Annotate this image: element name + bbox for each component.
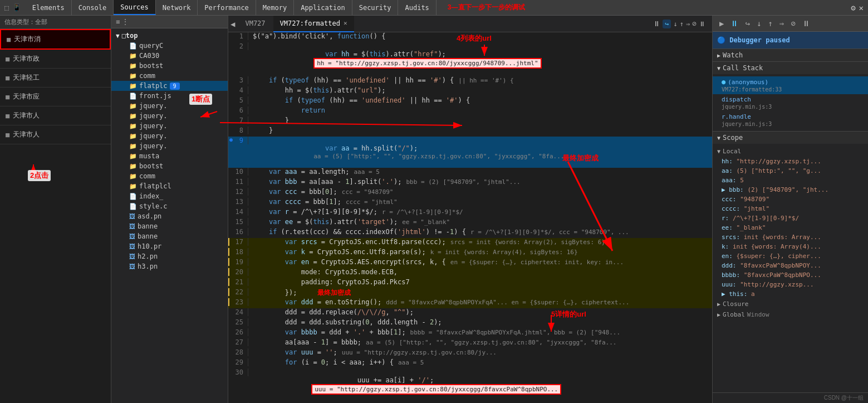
tree-item-h10[interactable]: 🖼 h10.pr — [111, 241, 228, 251]
tree-item-style[interactable]: 📄 style.c — [111, 201, 228, 211]
tree-item-jquery2[interactable]: 📁 jquery. — [111, 111, 228, 121]
tree-item-jquery5[interactable]: 📁 jquery. — [111, 141, 228, 151]
panel-more-icon[interactable]: ⋮ — [122, 18, 129, 26]
line-number[interactable]: 27 — [228, 338, 248, 346]
tree-item-flatplcl[interactable]: 📁 flatplcl — [111, 181, 228, 191]
line-number[interactable]: 21 — [228, 278, 248, 286]
web-item-tianjin-ying[interactable]: ■ 天津市应 — [0, 88, 111, 106]
tree-item-ca030[interactable]: 📁 CA030 — [111, 51, 228, 61]
line-number[interactable]: 11 — [228, 178, 248, 186]
web-item-tianjin-xiao[interactable]: ■ 天津市消 — [0, 29, 111, 50]
step-over-button[interactable]: ↪ — [743, 18, 752, 29]
step-out-icon[interactable]: ↑ — [680, 20, 684, 28]
pause-icon[interactable]: ⏸ — [653, 20, 660, 28]
callstack-header[interactable]: ▼ Call Stack — [713, 62, 868, 74]
step-into-icon[interactable]: ↓ — [673, 20, 677, 28]
line-number[interactable]: 26 — [228, 328, 248, 336]
tab-performance[interactable]: Performance — [198, 0, 256, 15]
line-number[interactable]: 6 — [228, 106, 248, 114]
pause-button[interactable]: ⏸ — [728, 18, 741, 29]
scope-item-bbb[interactable]: ▶ bbb: (2) ["948709", "jht... — [713, 185, 868, 195]
line-number[interactable]: 7 — [228, 116, 248, 124]
callstack-item-dispatch[interactable]: dispatch jquery.min.js:3 — [713, 94, 868, 111]
tree-item-jquery1[interactable]: 📁 jquery. — [111, 101, 228, 111]
tree-item-h3[interactable]: 🖼 h3.pn — [111, 261, 228, 271]
line-number[interactable]: 19 — [228, 258, 248, 266]
line-number[interactable]: 23 — [228, 298, 248, 306]
callstack-item-rhandle[interactable]: r.handle jquery.min.js:3 — [713, 111, 868, 129]
line-number[interactable]: 5 — [228, 96, 248, 104]
line-number[interactable]: 30 — [228, 368, 248, 376]
tab-nav-left[interactable]: ◀ — [231, 20, 235, 28]
step-out-button[interactable]: ↑ — [766, 18, 774, 29]
panel-nav-icon[interactable]: ≡ — [116, 18, 120, 26]
line-number[interactable]: 18 — [228, 248, 248, 256]
line-number[interactable]: 3 — [228, 76, 248, 84]
tree-item-front[interactable]: 📄 front.js — [111, 91, 228, 101]
devtools-icon-inspect[interactable]: ⬚ — [4, 3, 9, 12]
line-number[interactable]: 14 — [228, 208, 248, 216]
tab-audits[interactable]: Audits — [398, 0, 436, 15]
code-tab-vm727-formatted[interactable]: VM727:formatted ✕ — [273, 16, 354, 32]
tree-item-jquery3[interactable]: 📁 jquery. — [111, 121, 228, 131]
tree-item-comm2[interactable]: 📁 comm — [111, 171, 228, 181]
devtools-icon-device[interactable]: 📱 — [12, 3, 21, 12]
tab-console[interactable]: Console — [72, 0, 114, 15]
tab-network[interactable]: Network — [156, 0, 198, 15]
tab-security[interactable]: Security — [352, 0, 399, 15]
web-item-tianjin-qing[interactable]: ■ 天津轻工 — [0, 69, 111, 88]
pause-on-exception-icon[interactable]: ⏸ — [699, 20, 705, 28]
line-number[interactable]: 12 — [228, 188, 248, 196]
tree-item-bootst1[interactable]: 📁 bootst — [111, 61, 228, 71]
web-item-tianjin-zheng[interactable]: ■ 天津市政 — [0, 50, 111, 69]
web-item-tianjin-ren2[interactable]: ■ 天津市人 — [0, 125, 111, 144]
scope-header[interactable]: ▼ Scope — [713, 132, 868, 144]
step-into-button[interactable]: ↓ — [754, 18, 763, 29]
tree-item-h2[interactable]: 🖼 h2.pn — [111, 251, 228, 261]
line-number[interactable]: 29 — [228, 358, 248, 366]
line-number[interactable]: 8 — [228, 127, 248, 134]
tab-close-icon[interactable]: ✕ — [344, 20, 347, 27]
tab-sources[interactable]: Sources — [114, 0, 156, 15]
tree-item-bootst2[interactable]: 📁 bootst — [111, 161, 228, 171]
line-number[interactable]: 22 — [228, 288, 248, 296]
tab-memory[interactable]: Memory — [256, 0, 294, 15]
deactivate-bp-button[interactable]: ⊘ — [788, 18, 797, 29]
code-tab-vm727[interactable]: VM727 — [238, 16, 272, 32]
line-number[interactable]: 28 — [228, 348, 248, 356]
line-number[interactable]: 24 — [228, 308, 248, 316]
line-number[interactable]: 16 — [228, 228, 248, 236]
web-item-tianjin-ren1[interactable]: ■ 天津市人 — [0, 106, 111, 125]
line-number[interactable]: ●9 — [228, 137, 248, 144]
close-icon[interactable]: ✕ — [859, 3, 864, 12]
line-number[interactable]: 15 — [228, 218, 248, 226]
tree-item-flatplc[interactable]: 📁 flatplc 9 — [111, 81, 228, 91]
tree-item-query[interactable]: 📄 queryC — [111, 41, 228, 51]
step-icon[interactable]: ⇒ — [686, 20, 690, 28]
scope-item-this[interactable]: ▶ this: a — [713, 289, 868, 299]
tab-application[interactable]: Application — [294, 0, 352, 15]
watch-header[interactable]: ▶ Watch — [713, 49, 868, 61]
callstack-item-anonymous[interactable]: ● (anonymous) VM727:formatted:33 — [713, 76, 868, 94]
tree-item-banne2[interactable]: 🖼 banne — [111, 231, 228, 241]
line-number[interactable]: 10 — [228, 168, 248, 176]
line-number[interactable]: 1 — [228, 32, 248, 40]
tree-item-banne1[interactable]: 🖼 banne — [111, 221, 228, 231]
tree-item-index[interactable]: 📄 index_ — [111, 191, 228, 201]
step-button[interactable]: ⇒ — [777, 18, 786, 29]
line-number[interactable]: 13 — [228, 198, 248, 206]
line-number[interactable]: 2 — [228, 42, 248, 50]
line-number[interactable]: 17 — [228, 238, 248, 246]
line-number[interactable]: 4 — [228, 86, 248, 94]
resume-button[interactable]: ▶ — [717, 18, 726, 29]
tree-item-musta[interactable]: 📁 musta — [111, 151, 228, 161]
settings-icon[interactable]: ⚙ — [851, 3, 855, 12]
scope-local-header[interactable]: ▼ Local — [713, 146, 868, 157]
scope-global-header[interactable]: ▶ Global Window — [713, 309, 868, 320]
step-over-icon[interactable]: ↪ — [663, 20, 671, 28]
deactivate-bp-icon[interactable]: ⊘ — [692, 20, 697, 28]
tree-item-comm1[interactable]: 📁 comm — [111, 71, 228, 81]
line-number[interactable]: 20 — [228, 268, 248, 276]
line-number[interactable]: 25 — [228, 318, 248, 326]
tab-elements[interactable]: Elements — [26, 0, 72, 15]
